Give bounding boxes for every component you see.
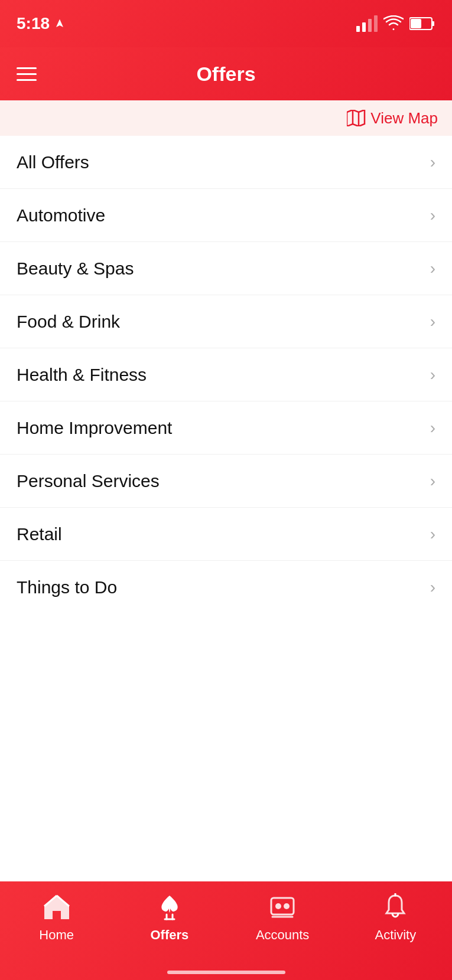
svg-rect-0 bbox=[356, 26, 360, 32]
svg-point-12 bbox=[284, 903, 290, 909]
status-time: 5:18 bbox=[17, 14, 65, 33]
view-map-button[interactable]: View Map bbox=[347, 109, 438, 128]
wifi-icon bbox=[383, 15, 404, 32]
view-map-label: View Map bbox=[370, 109, 438, 128]
home-indicator bbox=[167, 971, 285, 974]
svg-rect-10 bbox=[271, 898, 294, 914]
list-item-home-improvement[interactable]: Home Improvement › bbox=[0, 401, 452, 455]
list-item-label: Home Improvement bbox=[17, 418, 172, 438]
home-icon bbox=[41, 892, 72, 923]
nav-item-offers[interactable]: Offers bbox=[113, 892, 226, 943]
app-header: Offers bbox=[0, 47, 452, 100]
list-item-label: Automotive bbox=[17, 205, 105, 226]
chevron-icon: › bbox=[430, 312, 435, 331]
location-icon bbox=[54, 18, 65, 29]
svg-rect-5 bbox=[432, 21, 434, 26]
status-icons bbox=[356, 15, 435, 32]
chevron-icon: › bbox=[430, 578, 435, 597]
header-title: Offers bbox=[196, 63, 255, 86]
view-map-bar: View Map bbox=[0, 100, 452, 136]
chevron-icon: › bbox=[430, 365, 435, 384]
nav-label-accounts: Accounts bbox=[256, 927, 310, 943]
accounts-icon bbox=[267, 892, 298, 923]
list-item-label: All Offers bbox=[17, 152, 89, 172]
nav-label-home: Home bbox=[39, 927, 74, 943]
list-item-food-drink[interactable]: Food & Drink › bbox=[0, 295, 452, 348]
svg-rect-6 bbox=[411, 19, 421, 28]
bottom-nav: Home Offers Accounts Activity bbox=[0, 881, 452, 980]
svg-marker-7 bbox=[347, 110, 365, 126]
time-display: 5:18 bbox=[17, 14, 50, 33]
chevron-icon: › bbox=[430, 525, 435, 544]
offers-icon bbox=[154, 892, 185, 923]
nav-item-home[interactable]: Home bbox=[0, 892, 113, 943]
nav-label-offers: Offers bbox=[150, 927, 188, 943]
offers-list: All Offers › Automotive › Beauty & Spas … bbox=[0, 136, 452, 614]
nav-item-accounts[interactable]: Accounts bbox=[226, 892, 339, 943]
list-item-label: Personal Services bbox=[17, 471, 160, 491]
list-item-beauty-spas[interactable]: Beauty & Spas › bbox=[0, 242, 452, 295]
list-item-retail[interactable]: Retail › bbox=[0, 508, 452, 561]
list-item-health-fitness[interactable]: Health & Fitness › bbox=[0, 348, 452, 401]
signal-icon bbox=[356, 15, 378, 32]
status-bar: 5:18 bbox=[0, 0, 452, 47]
chevron-icon: › bbox=[430, 419, 435, 437]
activity-icon bbox=[380, 892, 411, 923]
map-icon bbox=[347, 110, 366, 126]
nav-label-activity: Activity bbox=[375, 927, 417, 943]
list-item-label: Food & Drink bbox=[17, 312, 120, 332]
svg-rect-3 bbox=[374, 15, 378, 32]
list-item-automotive[interactable]: Automotive › bbox=[0, 189, 452, 242]
battery-icon bbox=[409, 17, 435, 31]
svg-rect-2 bbox=[368, 19, 372, 32]
list-item-things-to-do[interactable]: Things to Do › bbox=[0, 561, 452, 614]
chevron-icon: › bbox=[430, 259, 435, 278]
list-item-label: Retail bbox=[17, 524, 62, 544]
svg-rect-1 bbox=[362, 22, 366, 32]
chevron-icon: › bbox=[430, 472, 435, 491]
svg-point-11 bbox=[275, 903, 281, 909]
nav-item-activity[interactable]: Activity bbox=[339, 892, 452, 943]
list-item-label: Health & Fitness bbox=[17, 365, 147, 385]
chevron-icon: › bbox=[430, 206, 435, 225]
list-item-all-offers[interactable]: All Offers › bbox=[0, 136, 452, 189]
chevron-icon: › bbox=[430, 153, 435, 172]
menu-button[interactable] bbox=[17, 67, 37, 81]
list-item-personal-services[interactable]: Personal Services › bbox=[0, 455, 452, 508]
list-item-label: Beauty & Spas bbox=[17, 259, 134, 279]
list-item-label: Things to Do bbox=[17, 577, 117, 597]
